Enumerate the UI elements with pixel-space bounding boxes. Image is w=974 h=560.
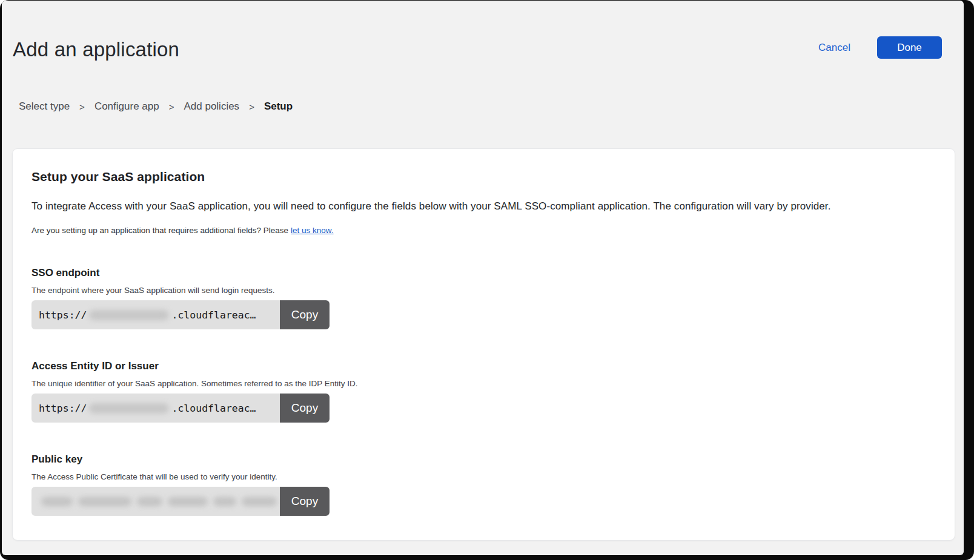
field-group-public-key: Public key The Access Public Certificate… (31, 453, 936, 516)
help-text: Are you setting up an application that r… (31, 226, 288, 235)
url-prefix: https:// (39, 309, 87, 321)
sso-endpoint-value: https:// .cloudflareac… (31, 300, 280, 329)
screenshot-frame: Add an application Cancel Done Select ty… (0, 0, 974, 560)
done-button[interactable]: Done (877, 36, 942, 59)
access-entity-id-description: The unique identifier of your SaaS appli… (31, 379, 936, 388)
field-group-sso-endpoint: SSO endpoint The endpoint where your Saa… (31, 267, 936, 329)
url-prefix: https:// (39, 403, 87, 414)
breadcrumb-step-configure-app[interactable]: Configure app (94, 100, 159, 113)
public-key-label: Public key (31, 453, 936, 466)
sso-endpoint-description: The endpoint where your SaaS application… (31, 286, 936, 295)
sso-endpoint-label: SSO endpoint (31, 267, 936, 279)
sso-endpoint-copy-row: https:// .cloudflareac… Copy (31, 300, 330, 329)
breadcrumb-separator-icon: > (79, 102, 85, 112)
public-key-copy-row: Copy (31, 487, 330, 516)
cancel-button[interactable]: Cancel (818, 42, 850, 54)
card-help-text: Are you setting up an application that r… (31, 226, 936, 235)
breadcrumb-separator-icon: > (169, 102, 174, 112)
breadcrumb-step-setup: Setup (264, 100, 293, 113)
redacted-value (89, 403, 169, 413)
public-key-description: The Access Public Certificate that will … (31, 472, 936, 481)
redacted-value (39, 497, 277, 506)
url-suffix: .cloudflareac… (171, 309, 256, 321)
header-actions: Cancel Done (818, 36, 942, 59)
page-title: Add an application (13, 38, 179, 61)
breadcrumb-step-select-type[interactable]: Select type (19, 100, 70, 113)
url-suffix: .cloudflareac… (171, 403, 256, 414)
app-window: Add an application Cancel Done Select ty… (2, 1, 964, 555)
redacted-value (89, 310, 169, 320)
breadcrumb-separator-icon: > (249, 102, 254, 112)
public-key-value (31, 487, 280, 516)
breadcrumb: Select type > Configure app > Add polici… (19, 100, 293, 113)
access-entity-id-copy-button[interactable]: Copy (280, 394, 330, 423)
access-entity-id-copy-row: https:// .cloudflareac… Copy (31, 394, 330, 423)
card-heading: Setup your SaaS application (31, 170, 936, 184)
setup-card: Setup your SaaS application To integrate… (12, 148, 955, 541)
field-group-access-entity-id: Access Entity ID or Issuer The unique id… (31, 360, 936, 423)
public-key-copy-button[interactable]: Copy (280, 487, 330, 516)
page-header: Add an application Cancel Done (2, 1, 964, 91)
let-us-know-link[interactable]: let us know. (291, 226, 334, 235)
access-entity-id-value: https:// .cloudflareac… (31, 394, 280, 423)
sso-endpoint-copy-button[interactable]: Copy (280, 300, 330, 329)
field-sections: SSO endpoint The endpoint where your Saa… (31, 267, 936, 516)
card-intro-text: To integrate Access with your SaaS appli… (31, 200, 936, 212)
access-entity-id-label: Access Entity ID or Issuer (31, 360, 936, 372)
breadcrumb-step-add-policies[interactable]: Add policies (184, 100, 239, 113)
